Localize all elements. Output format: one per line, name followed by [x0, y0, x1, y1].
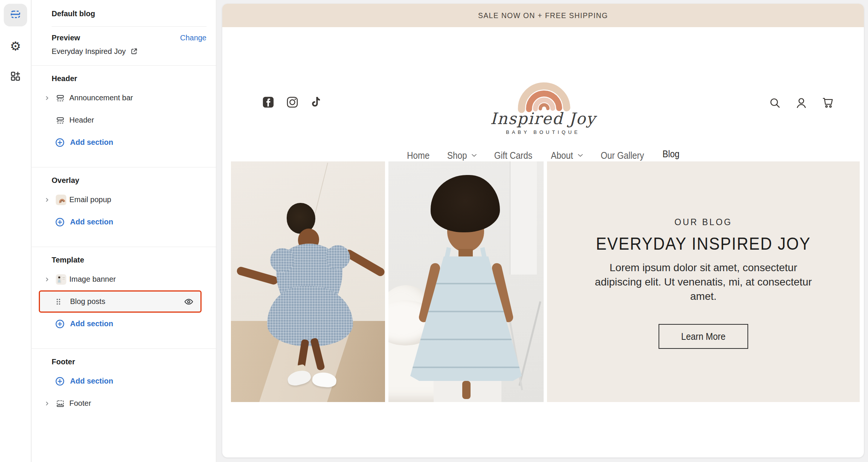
group-template: Template Image banner Blog posts: [32, 247, 216, 339]
section-row-email-popup[interactable]: Email popup: [32, 189, 216, 211]
storefront-preview: SALE NOW ON + FREE SHIPPING: [222, 4, 864, 457]
chevron-right-icon[interactable]: [44, 95, 56, 101]
add-section-label: Add section: [70, 319, 113, 328]
cart-icon[interactable]: [821, 97, 835, 109]
add-section-button-overlay[interactable]: Add section: [32, 211, 216, 233]
group-footer: Footer Add section Footer: [32, 349, 216, 419]
section-row-announcement-bar[interactable]: Announcement bar: [32, 87, 216, 109]
nav-home[interactable]: Home: [406, 150, 431, 161]
chevron-right-icon[interactable]: [44, 401, 56, 406]
nav-shop[interactable]: Shop: [446, 150, 477, 161]
nav-gift-cards[interactable]: Gift Cards: [492, 150, 535, 161]
announcement-bar-section[interactable]: SALE NOW ON + FREE SHIPPING: [222, 4, 864, 27]
section-label: Footer: [69, 399, 91, 408]
group-footer-title: Footer: [32, 353, 216, 370]
add-section-button-header[interactable]: Add section: [32, 131, 216, 153]
plus-circle-icon: [55, 319, 65, 329]
nav-our-gallery[interactable]: Our Gallery: [598, 150, 646, 161]
tiktok-icon[interactable]: [310, 96, 321, 109]
blog-eyebrow: OUR BLOG: [674, 217, 732, 227]
blog-photo-girl-gingham-dress: [231, 161, 385, 402]
store-logo[interactable]: Inspired Joy BABY BOUTIQUE: [464, 56, 622, 135]
blog-title: EVERYDAY INSPIRED JOY: [596, 233, 811, 254]
add-section-button-footer[interactable]: Add section: [32, 370, 216, 392]
social-icons: [262, 96, 321, 109]
section-row-blog-posts-selected[interactable]: Blog posts: [39, 290, 202, 313]
section-row-header[interactable]: Header: [32, 109, 216, 131]
section-label: Announcement bar: [69, 94, 133, 102]
add-section-label: Add section: [70, 138, 113, 147]
section-label: Email popup: [69, 195, 111, 204]
rail-apps-button[interactable]: [4, 66, 27, 88]
nav-blog-active[interactable]: Blog: [662, 149, 680, 162]
rail-sections-button[interactable]: [4, 4, 27, 26]
section-label: Image banner: [69, 275, 116, 284]
chevron-right-icon[interactable]: [44, 277, 56, 282]
chevron-down-icon: [578, 153, 583, 157]
main-navigation: Home Shop Gift Cards About Our Gallery B…: [222, 149, 864, 162]
account-icon[interactable]: [795, 97, 808, 109]
sections-icon: [10, 9, 21, 21]
plus-circle-icon: [55, 376, 65, 386]
group-header-title: Header: [32, 70, 216, 87]
page-title: Default blog: [52, 8, 206, 19]
external-link-icon[interactable]: [130, 48, 138, 55]
logo-tagline: BABY BOUTIQUE: [464, 129, 622, 135]
sections-sidebar: Default blog Preview Change Everyday Ins…: [32, 0, 216, 462]
preview-page-name: Everyday Inspired Joy: [52, 47, 126, 56]
blog-posts-section[interactable]: OUR BLOG EVERYDAY INSPIRED JOY Lorem ips…: [231, 161, 860, 402]
plus-circle-icon: [55, 217, 65, 227]
group-overlay-title: Overlay: [32, 172, 216, 189]
section-row-image-banner[interactable]: Image banner: [32, 268, 216, 290]
editor-rail: ⚙: [0, 0, 31, 462]
facebook-icon[interactable]: [262, 96, 275, 109]
group-header: Header Announcement bar Header: [32, 66, 216, 158]
logo-script-text: Inspired Joy: [464, 109, 622, 128]
group-template-title: Template: [32, 252, 216, 268]
rainbow-logo-icon: [511, 56, 575, 115]
blog-text-panel: OUR BLOG EVERYDAY INSPIRED JOY Lorem ips…: [547, 161, 860, 402]
announcement-text: SALE NOW ON + FREE SHIPPING: [478, 11, 608, 20]
instagram-icon[interactable]: [286, 96, 299, 109]
section-icon: [56, 94, 69, 103]
blog-photo-girl-chambray-dress: [388, 161, 544, 402]
add-section-button-template[interactable]: Add section: [32, 313, 216, 335]
change-preview-link[interactable]: Change: [180, 34, 206, 42]
theme-editor: ⚙ Default blog Preview Change Everyday I…: [0, 0, 868, 462]
learn-more-button[interactable]: Learn More: [659, 324, 748, 349]
rail-theme-settings-button[interactable]: ⚙: [4, 35, 27, 57]
storefront-header-section[interactable]: Inspired Joy BABY BOUTIQUE Home Shop: [222, 27, 864, 161]
divider: [52, 26, 206, 27]
toggle-visibility-eye-icon[interactable]: [184, 297, 194, 307]
apps-icon: [10, 71, 21, 83]
add-section-label: Add section: [70, 218, 113, 226]
nav-about[interactable]: About: [550, 150, 583, 161]
preview-label: Preview: [52, 34, 80, 42]
email-popup-thumbnail: [56, 195, 69, 205]
header-utility-icons: [769, 97, 835, 109]
blog-body-text: Lorem ipsum dolor sit amet, consectetur …: [590, 261, 816, 304]
group-overlay: Overlay Email popup Add section: [32, 167, 216, 238]
gear-icon: ⚙: [10, 40, 21, 52]
section-icon: [56, 116, 69, 125]
image-banner-thumbnail: [56, 274, 69, 285]
chevron-down-icon: [471, 153, 477, 157]
add-section-label: Add section: [70, 377, 113, 385]
plus-circle-icon: [55, 138, 65, 147]
chevron-right-icon[interactable]: [44, 197, 56, 203]
drag-handle-icon[interactable]: [56, 298, 61, 305]
section-label: Blog posts: [70, 297, 105, 306]
section-row-footer[interactable]: Footer: [32, 392, 216, 414]
section-label: Header: [69, 116, 94, 124]
footer-section-icon: [56, 399, 69, 408]
search-icon[interactable]: [769, 97, 781, 109]
